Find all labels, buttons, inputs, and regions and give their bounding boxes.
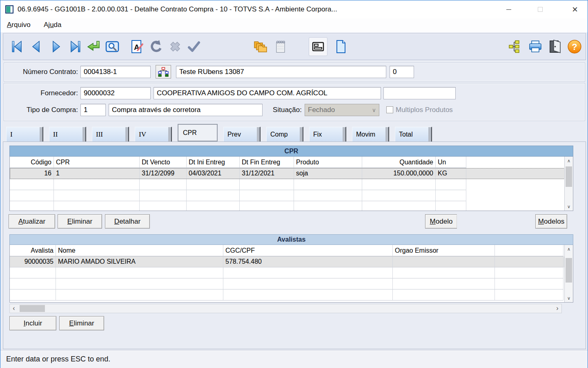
horizontal-scrollbar[interactable]: ‹ › [9,304,562,313]
cell [54,190,140,201]
fornecedor-codigo-field[interactable] [80,87,151,99]
cell [294,179,362,190]
cell: CPR [54,157,140,168]
fornecedor-label: Fornecedor: [0,87,78,99]
cell: soja [294,168,362,179]
avalistas-section-title: Avalistas [9,234,573,245]
modelo-button[interactable]: Modelo [425,214,457,229]
notes-button[interactable] [271,37,290,56]
cpr-vertical-scrollbar[interactable]: ∧ ∨ [564,157,573,211]
tab-iv[interactable]: IV [135,127,172,141]
scroll-up-icon[interactable]: ∧ [565,157,573,165]
tab-label: CPR [183,129,197,137]
cell [495,256,564,267]
situacao-select[interactable]: Fechado ∨ [305,104,379,116]
detalhar-button[interactable]: Detalhar [105,214,150,229]
tab-total[interactable]: Total [395,127,432,141]
table-empty-row[interactable] [10,267,573,278]
incluir-button[interactable]: Incluir [9,316,56,330]
tree-button[interactable] [506,37,525,56]
multiplos-produtos-checkbox[interactable] [386,106,393,113]
cell [56,289,223,301]
hierarchy-icon [158,67,169,77]
help-button[interactable]: ? [565,37,584,56]
tipo-compra-codigo-field[interactable] [80,104,106,116]
table-empty-row[interactable] [10,278,573,289]
previous-record-button[interactable] [27,37,46,56]
tab-movim[interactable]: Movim [352,127,389,141]
scroll-left-icon[interactable]: ‹ [10,304,18,313]
hierarchy-button[interactable] [156,65,171,79]
menu-ajuda[interactable]: Ajuda [40,18,66,32]
first-record-button[interactable] [8,37,27,56]
scroll-up-icon[interactable]: ∧ [565,245,573,253]
titlebar: 06.9.6945 - GG1001B - 2.00.00.031 - Deta… [0,0,588,18]
table-empty-row[interactable] [10,179,573,190]
cell: Avalista [10,245,56,256]
tab-i[interactable]: I [6,127,43,141]
tab-cpr[interactable]: CPR [178,124,218,141]
cell: Orgao Emissor [393,245,495,256]
scroll-down-icon[interactable]: ∨ [565,202,573,211]
last-record-button[interactable] [65,37,84,56]
scrollbar-thumb[interactable] [20,305,45,312]
eliminar-avalista-button[interactable]: Eliminar [59,316,104,330]
undo-button[interactable] [146,37,165,56]
cell [393,267,495,278]
next-record-button[interactable] [47,37,65,56]
scroll-down-icon[interactable]: ∨ [565,294,573,302]
confirm-button[interactable] [185,37,203,56]
edit-button[interactable]: A [127,37,146,56]
card-view-button[interactable] [309,37,327,56]
contrato-aux-field[interactable] [390,66,414,78]
table-empty-row[interactable] [10,190,573,201]
scroll-right-icon[interactable]: › [553,304,561,313]
tab-ii[interactable]: II [49,127,86,141]
save-return-button[interactable] [84,37,103,56]
tab-prev[interactable]: Prev [223,127,261,141]
print-button[interactable] [526,37,545,56]
eliminar-cpr-button[interactable]: Eliminar [58,214,102,229]
table-empty-row[interactable] [10,289,573,301]
tab-comp[interactable]: Comp [266,127,303,141]
cancel-button[interactable] [166,37,185,56]
close-button[interactable]: × [566,0,584,18]
cell: Dt Ini Entreg [187,157,240,168]
tab-iii[interactable]: III [92,127,129,141]
cell [187,179,240,190]
scrollbar-thumb[interactable] [566,166,572,187]
scrollbar-thumb[interactable] [566,258,572,283]
numero-contrato-field[interactable] [80,66,151,78]
avalistas-vertical-scrollbar[interactable]: ∧ ∨ [564,245,573,302]
edit-icon: A [129,39,144,54]
situacao-value: Fechado [308,106,335,114]
menu-arquivo[interactable]: Arquivo [3,18,35,32]
tipo-compra-descricao-field[interactable] [109,104,263,116]
fornecedor-nome-field[interactable] [154,87,381,99]
contrato-descricao-field[interactable] [176,66,386,78]
tipo-compra-label: Tipo de Compra: [0,104,78,116]
cell [362,201,436,211]
copy-button[interactable] [252,37,270,56]
cell [10,190,54,201]
fornecedor-extra-field[interactable] [383,87,456,99]
table-empty-row[interactable] [10,201,573,211]
table-row[interactable]: 90000035MARIO AMADO SILVEIRA578.754.480 [10,256,573,267]
tab-fix[interactable]: Fix [309,127,346,141]
exit-button[interactable] [546,37,564,56]
modelos-button[interactable]: Modelos [535,214,567,229]
cell [10,289,56,301]
new-document-button[interactable] [332,37,350,56]
cell [56,267,223,278]
cell [223,278,393,289]
cell [10,278,56,289]
table-row[interactable]: 16131/12/209904/03/202131/12/2021soja150… [10,168,573,179]
minimize-button[interactable] [499,0,518,18]
cell: KG [436,168,466,179]
cancel-icon [168,39,183,54]
tab-label: Fix [313,131,322,138]
zoom-button[interactable] [103,37,122,56]
atualizar-button[interactable]: Atualizar [9,214,55,229]
maximize-button[interactable] [531,0,550,18]
cell [240,190,294,201]
